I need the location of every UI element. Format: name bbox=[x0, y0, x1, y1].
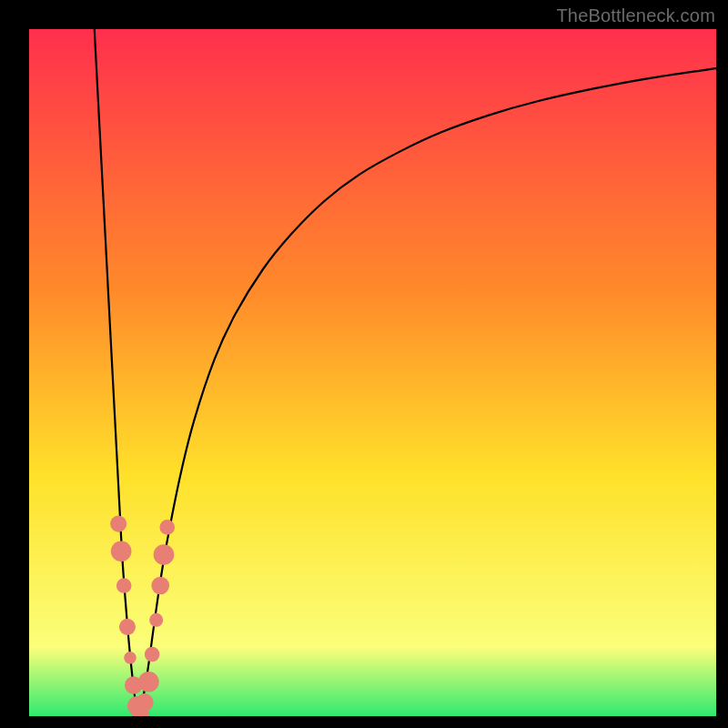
data-marker bbox=[116, 578, 132, 593]
data-marker bbox=[138, 672, 159, 693]
data-marker bbox=[151, 577, 169, 595]
watermark-text: TheBottleneck.com bbox=[556, 5, 715, 26]
plot-area bbox=[29, 29, 716, 716]
data-marker bbox=[154, 544, 175, 565]
chart-frame: TheBottleneck.com bbox=[0, 0, 728, 728]
data-marker bbox=[111, 541, 132, 561]
data-marker bbox=[119, 619, 136, 635]
data-marker bbox=[159, 520, 175, 535]
data-marker bbox=[149, 613, 163, 627]
data-marker bbox=[145, 647, 160, 662]
bottleneck-chart bbox=[29, 29, 716, 716]
data-marker bbox=[124, 652, 136, 664]
data-marker bbox=[110, 516, 126, 532]
data-marker bbox=[136, 693, 154, 712]
gradient-background bbox=[29, 29, 716, 716]
